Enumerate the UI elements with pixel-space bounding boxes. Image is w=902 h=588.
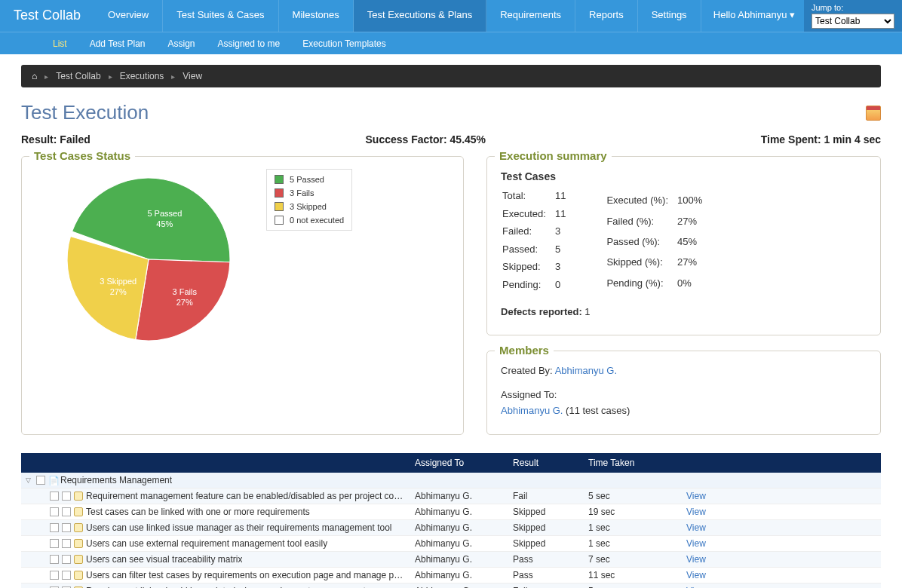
checkbox[interactable] [62,539,71,548]
nav-requirements[interactable]: Requirements [486,0,575,32]
subnav-assigned-to-me[interactable]: Assigned to me [218,38,281,49]
document-icon [74,507,83,516]
test-case-name[interactable]: Users can use external requirement manag… [86,538,327,549]
breadcrumb-item[interactable]: View [183,71,202,81]
chart-legend: 5 Passed 3 Fails 3 Skipped 0 not execute… [266,169,352,231]
view-link[interactable]: View [686,491,706,501]
document-icon [74,571,83,580]
expand-icon[interactable]: ▽ [26,476,33,484]
checkbox[interactable] [50,523,59,532]
checkbox[interactable] [62,507,71,516]
legend-swatch-fail-icon [275,188,284,198]
home-icon[interactable]: ⌂ [32,71,37,81]
table-row: Users can use external requirement manag… [21,536,881,552]
nav-overview[interactable]: Overview [94,0,163,32]
test-case-name[interactable]: Requirement management feature can be en… [86,491,406,501]
checkbox[interactable] [50,539,59,548]
panel-title: Test Cases Status [29,149,135,162]
pie-slice-label: 5 Passed45% [138,208,191,230]
view-link[interactable]: View [686,554,706,565]
breadcrumb-item[interactable]: Executions [120,71,164,81]
subnav-execution-templates[interactable]: Execution Templates [302,38,386,49]
time-cell: 11 sec [579,570,677,580]
table-row: Requirement links should be updated when… [21,583,881,588]
panel-title: Execution summary [495,149,612,162]
nav-test-executions-plans[interactable]: Test Executions & Plans [354,0,486,32]
checkbox[interactable] [62,523,71,532]
result-cell: Skipped [504,522,579,533]
checkbox[interactable] [62,555,71,564]
result-cell: Fail [504,491,579,501]
time-cell: 1 sec [579,522,677,533]
col-time[interactable]: Time Taken [579,458,677,468]
view-link[interactable]: View [686,522,706,533]
result-cell: Pass [504,554,579,565]
assigned-cell: Abhimanyu G. [406,554,504,565]
result-cell: Skipped [504,507,579,517]
checkbox[interactable] [62,492,71,501]
breadcrumb: ⌂ ▸ Test Collab ▸ Executions ▸ View [21,65,881,87]
pie-chart: 5 Passed45%3 Fails27%3 Skipped27% [35,169,254,365]
test-case-name[interactable]: Users can use linked issue manager as th… [86,522,392,533]
checkbox[interactable] [50,492,59,501]
col-assigned[interactable]: Assigned To [406,458,504,468]
success-stat: Success Factor: 45.45% [366,133,486,145]
created-by-link[interactable]: Abhimanyu G. [555,365,617,376]
checkbox[interactable] [50,507,59,516]
assigned-cell: Abhimanyu G. [406,522,504,533]
table-header: Assigned To Result Time Taken [21,453,881,473]
panel-title: Members [495,344,554,357]
view-link[interactable]: View [686,507,706,517]
page-title: Test Execution [21,101,149,124]
checkbox[interactable] [62,571,71,580]
document-icon [74,523,83,532]
legend-swatch-noexec-icon [275,216,284,225]
nav-reports[interactable]: Reports [575,0,638,32]
subnav-list[interactable]: List [53,38,67,49]
col-result[interactable]: Result [504,458,579,468]
execution-summary-panel: Execution summary Test Cases Total:11Exe… [486,156,881,335]
calendar-icon[interactable] [866,106,881,121]
assigned-cell: Abhimanyu G. [406,491,504,501]
brand-logo[interactable]: Test Collab [0,0,94,32]
assigned-cell: Abhimanyu G. [406,538,504,549]
table-row: Test cases can be linked with one or mor… [21,504,881,520]
breadcrumb-item[interactable]: Test Collab [56,71,100,81]
pie-slice-label: 3 Fails27% [158,286,211,308]
table-row: Users can filter test cases by requireme… [21,568,881,583]
results-table: Assigned To Result Time Taken ▽📄Requirem… [21,453,881,588]
top-nav: Test Collab OverviewTest Suites & CasesM… [0,0,902,32]
nav-settings[interactable]: Settings [638,0,701,32]
test-case-name[interactable]: Users can filter test cases by requireme… [86,570,406,580]
test-cases-status-panel: Test Cases Status 5 Passed45%3 Fails27%3… [21,156,464,435]
assigned-cell: Abhimanyu G. [406,570,504,580]
checkbox[interactable] [36,476,45,485]
jump-to-select[interactable]: Test Collab [811,14,894,29]
checkbox[interactable] [50,555,59,564]
document-icon [74,539,83,548]
view-link[interactable]: View [686,570,706,580]
folder-icon: 📄 [48,476,57,485]
subnav-add-test-plan[interactable]: Add Test Plan [90,38,146,49]
nav-milestones[interactable]: Milestones [279,0,354,32]
time-cell: 19 sec [579,507,677,517]
table-group[interactable]: ▽📄Requirements Management [21,473,881,488]
view-link[interactable]: View [686,538,706,549]
result-cell: Skipped [504,538,579,549]
result-cell: Pass [504,570,579,580]
table-row: Users can see visual traceability matrix… [21,552,881,568]
table-row: Users can use linked issue manager as th… [21,520,881,536]
time-cell: 1 sec [579,538,677,549]
result-stat: Result: Failed [21,133,91,145]
table-row: Requirement management feature can be en… [21,488,881,504]
assigned-to-link[interactable]: Abhimanyu G. [501,405,563,416]
test-case-name[interactable]: Users can see visual traceability matrix [86,554,242,565]
test-case-name[interactable]: Test cases can be linked with one or mor… [86,507,310,517]
subnav-assign[interactable]: Assign [168,38,195,49]
pie-slice-label: 3 Skipped27% [92,276,145,298]
legend-swatch-skip-icon [275,202,284,211]
nav-test-suites-cases[interactable]: Test Suites & Cases [163,0,278,32]
checkbox[interactable] [50,571,59,580]
user-menu[interactable]: Hello Abhimanyu ▾ [704,0,804,32]
members-panel: Members Created By: Abhimanyu G. Assigne… [486,351,881,435]
